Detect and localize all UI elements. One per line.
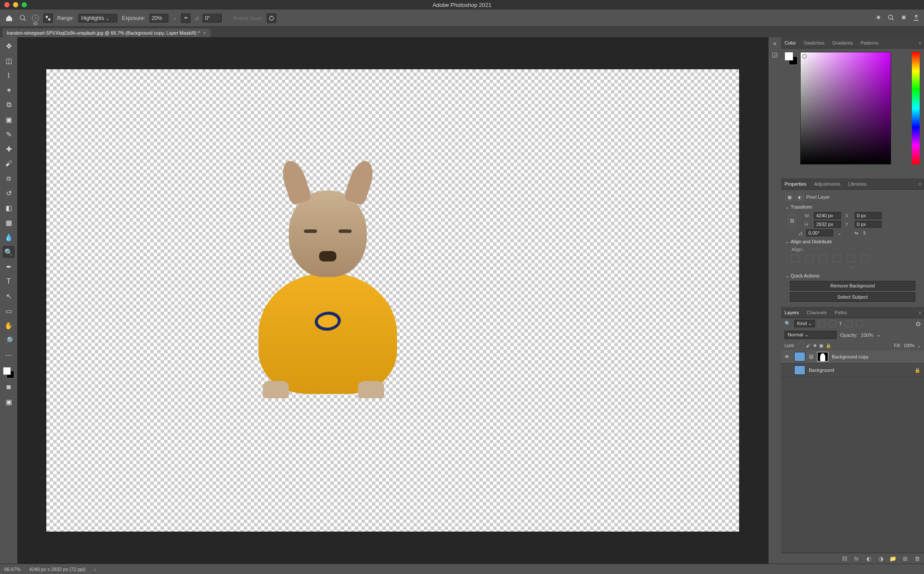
collapse-panels-icon[interactable]: « (773, 40, 777, 47)
gradient-tool-icon[interactable]: ▦ (3, 216, 15, 229)
link-layers-icon[interactable]: ⛓ (841, 555, 848, 562)
panel-menu-icon[interactable]: ≡ (919, 181, 921, 187)
color-field[interactable] (800, 52, 891, 164)
tab-properties[interactable]: Properties (784, 180, 807, 188)
tab-paths[interactable]: Paths (834, 308, 848, 317)
zoom-readout[interactable]: 66.67% (4, 567, 20, 572)
flip-h-icon[interactable]: ⇋ (854, 230, 858, 236)
select-subject-button[interactable]: Select Subject (790, 292, 915, 302)
tab-channels[interactable]: Channels (806, 308, 827, 317)
airbrush-icon[interactable]: ✒︎ (181, 13, 191, 23)
tab-libraries[interactable]: Libraries (847, 180, 867, 188)
lock-paint-icon[interactable]: 🖌 (806, 343, 811, 348)
doc-info[interactable]: 4240 px x 2832 px (72 ppi) (29, 567, 85, 572)
fill-chevron-icon[interactable]: ⌄ (917, 343, 921, 348)
history-panel-icon[interactable]: ◲ (772, 51, 778, 58)
layer-name[interactable]: Background copy (832, 354, 869, 359)
layer-name[interactable]: Background (809, 368, 834, 373)
tab-color[interactable]: Color (784, 39, 797, 47)
quick-actions-section[interactable]: Quick Actions (785, 273, 920, 278)
healing-tool-icon[interactable]: ✚ (3, 143, 15, 155)
close-window-icon[interactable] (4, 2, 10, 7)
group-icon[interactable]: 📁 (889, 555, 896, 562)
filter-adjust-icon[interactable] (829, 320, 836, 327)
y-input[interactable]: 0 px (855, 221, 882, 228)
width-input[interactable]: 4240 px (814, 212, 841, 219)
canvas-area[interactable] (17, 37, 768, 564)
filter-type-icon[interactable]: T (839, 321, 842, 326)
lock-transparency-icon[interactable] (798, 342, 804, 348)
opacity-chevron-icon[interactable]: ⌄ (877, 332, 881, 338)
filter-kind-select[interactable]: Kind ⌄ (794, 320, 815, 327)
minimize-window-icon[interactable] (13, 2, 18, 7)
edit-toolbar-icon[interactable]: ⋯ (3, 349, 15, 361)
align-top-icon[interactable] (833, 255, 841, 262)
visibility-icon[interactable]: 👁 (785, 354, 791, 359)
transform-section[interactable]: Transform (785, 204, 920, 210)
status-chevron-icon[interactable]: › (94, 567, 96, 572)
align-right-icon[interactable] (819, 255, 827, 262)
align-section[interactable]: Align and Distribute (785, 239, 920, 244)
search-icon[interactable] (888, 14, 895, 22)
eraser-tool-icon[interactable]: ◧ (3, 202, 15, 214)
tool-preset-icon[interactable] (18, 13, 28, 23)
quick-select-tool-icon[interactable]: ✶ (3, 84, 15, 96)
screen-mode-icon[interactable]: ▣ (3, 396, 15, 408)
panel-menu-icon[interactable]: ≡ (919, 310, 921, 315)
maximize-window-icon[interactable] (22, 2, 27, 7)
layer-thumbnail[interactable] (794, 365, 805, 375)
eyedropper-tool-icon[interactable]: ✎ (3, 128, 15, 140)
height-input[interactable]: 2832 px (814, 221, 841, 228)
new-layer-icon[interactable]: ⊞ (901, 555, 908, 562)
lasso-tool-icon[interactable]: ⌇ (3, 69, 15, 81)
clone-tool-icon[interactable]: ⧈ (3, 172, 15, 184)
adjustment-layer-icon[interactable]: ◑ (877, 555, 884, 562)
tab-swatches[interactable]: Swatches (803, 39, 825, 47)
layer-mask-thumbnail[interactable] (817, 352, 828, 361)
blur-tool-icon[interactable]: 💧 (3, 231, 15, 243)
lock-artboard-icon[interactable]: ▣ (819, 343, 823, 348)
flip-v-icon[interactable]: ⥮ (863, 230, 866, 236)
filter-smart-icon[interactable] (856, 320, 863, 327)
fill-input[interactable]: 100% (903, 343, 914, 348)
align-bottom-icon[interactable] (861, 255, 869, 262)
filter-shape-icon[interactable] (846, 320, 853, 327)
exposure-input[interactable]: 20% (149, 14, 168, 23)
color-picker-handle[interactable] (802, 54, 807, 58)
brush-tool-icon[interactable]: 🖌 (3, 158, 15, 170)
angle-chevron-icon[interactable]: ⌄ (837, 230, 841, 236)
marquee-tool-icon[interactable]: ◫ (3, 55, 15, 67)
path-select-tool-icon[interactable]: ↖ (3, 290, 15, 302)
type-tool-icon[interactable]: T (3, 275, 15, 287)
workspace-icon[interactable]: ▣ (901, 14, 906, 22)
canvas[interactable] (46, 69, 739, 532)
brush-settings-icon[interactable] (43, 13, 53, 23)
blend-mode-select[interactable]: Normal ⌄ (785, 331, 837, 339)
crop-tool-icon[interactable]: ⧉ (3, 99, 15, 111)
color-fg-bg[interactable] (785, 52, 798, 65)
more-icon[interactable]: ⋯ (785, 265, 920, 271)
history-brush-tool-icon[interactable]: ↺ (3, 187, 15, 199)
align-hcenter-icon[interactable] (805, 255, 813, 262)
lock-position-icon[interactable]: ✥ (813, 343, 817, 348)
filter-search-icon[interactable]: 🔍 (785, 321, 791, 326)
range-select[interactable]: Highlights (78, 14, 118, 23)
tab-layers[interactable]: Layers (784, 308, 800, 317)
zoom-tool-icon[interactable]: 🔎 (3, 334, 15, 346)
lock-all-icon[interactable]: 🔒 (826, 343, 831, 348)
cloud-docs-icon[interactable]: ◉ (876, 14, 881, 22)
color-swatches[interactable] (3, 367, 14, 378)
layer-fx-icon[interactable]: fx (853, 555, 860, 562)
layer-thumbnail[interactable] (794, 352, 805, 361)
panel-menu-icon[interactable]: ≡ (919, 40, 921, 45)
tab-patterns[interactable]: Patterns (860, 39, 879, 47)
pressure-icon[interactable] (267, 13, 276, 23)
align-left-icon[interactable] (792, 255, 799, 262)
hand-tool-icon[interactable]: ✋ (3, 319, 15, 332)
opacity-input[interactable]: 100% (861, 332, 873, 338)
hue-slider[interactable] (912, 52, 920, 164)
delete-layer-icon[interactable]: 🗑 (914, 555, 921, 562)
mask-link-icon[interactable]: ⛓ (809, 354, 814, 359)
fg-color-chip[interactable] (785, 52, 793, 61)
layer-row[interactable]: 👁 ⛓ Background copy (781, 350, 924, 364)
